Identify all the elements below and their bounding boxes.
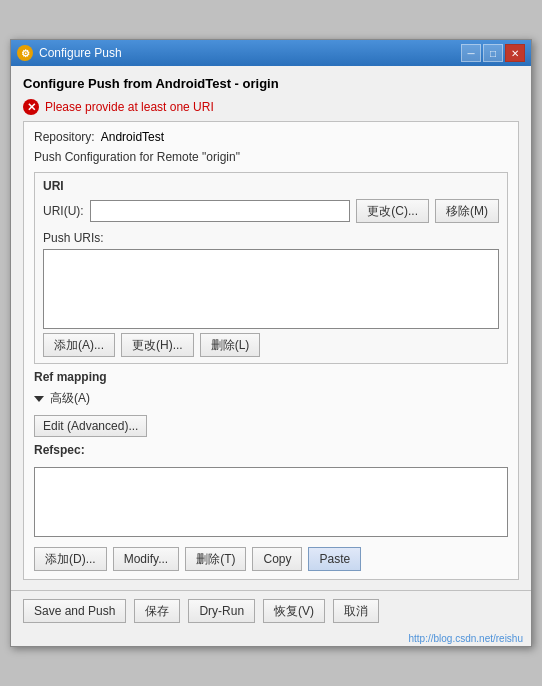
uri-input-label: URI(U):: [43, 204, 84, 218]
footer: Save and Push 保存 Dry-Run 恢复(V) 取消: [11, 590, 531, 631]
refspec-label: Refspec:: [34, 443, 508, 457]
uri-input-row: URI(U): 更改(C)... 移除(M): [43, 199, 499, 223]
refspec-buttons: 添加(D)... Modify... 删除(T) Copy Paste: [34, 547, 508, 571]
push-uris-delete-button[interactable]: 删除(L): [200, 333, 261, 357]
ref-mapping-label: Ref mapping: [34, 370, 508, 384]
save-and-push-button[interactable]: Save and Push: [23, 599, 126, 623]
close-button[interactable]: ✕: [505, 44, 525, 62]
repository-label: Repository:: [34, 130, 95, 144]
main-content: Configure Push from AndroidTest - origin…: [11, 66, 531, 590]
refspec-textarea[interactable]: [34, 467, 508, 537]
repository-row: Repository: AndroidTest: [34, 130, 508, 144]
watermark: http://blog.csdn.net/reishu: [11, 631, 531, 646]
maximize-button[interactable]: □: [483, 44, 503, 62]
dialog-title: Configure Push from AndroidTest - origin: [23, 76, 519, 91]
triangle-icon: [34, 396, 44, 402]
push-config-label: Push Configuration for Remote "origin": [34, 150, 508, 164]
refspec-delete-button[interactable]: 删除(T): [185, 547, 246, 571]
refspec-copy-button[interactable]: Copy: [252, 547, 302, 571]
save-button[interactable]: 保存: [134, 599, 180, 623]
advanced-label: 高级(A): [50, 390, 90, 407]
dry-run-button[interactable]: Dry-Run: [188, 599, 255, 623]
edit-advanced-button[interactable]: Edit (Advanced)...: [34, 415, 147, 437]
refspec-add-button[interactable]: 添加(D)...: [34, 547, 107, 571]
title-bar-left: ⚙ Configure Push: [17, 45, 122, 61]
restore-button[interactable]: 恢复(V): [263, 599, 325, 623]
window-icon: ⚙: [17, 45, 33, 61]
error-row: ✕ Please provide at least one URI: [23, 99, 519, 115]
uri-change-button[interactable]: 更改(C)...: [356, 199, 429, 223]
title-bar: ⚙ Configure Push ─ □ ✕: [11, 40, 531, 66]
cancel-button[interactable]: 取消: [333, 599, 379, 623]
main-section-box: Repository: AndroidTest Push Configurati…: [23, 121, 519, 580]
edit-advanced-container: Edit (Advanced)...: [34, 413, 508, 437]
error-message: Please provide at least one URI: [45, 100, 214, 114]
advanced-row: 高级(A): [34, 390, 508, 407]
uri-section-title: URI: [43, 179, 499, 193]
uri-action-buttons: 添加(A)... 更改(H)... 删除(L): [43, 333, 499, 357]
push-uris-change-button[interactable]: 更改(H)...: [121, 333, 194, 357]
uri-section: URI URI(U): 更改(C)... 移除(M) Push URIs: 添加…: [34, 172, 508, 364]
uri-remove-button[interactable]: 移除(M): [435, 199, 499, 223]
minimize-button[interactable]: ─: [461, 44, 481, 62]
title-buttons: ─ □ ✕: [461, 44, 525, 62]
refspec-paste-button[interactable]: Paste: [308, 547, 361, 571]
configure-push-window: ⚙ Configure Push ─ □ ✕ Configure Push fr…: [10, 39, 532, 647]
refspec-modify-button[interactable]: Modify...: [113, 547, 179, 571]
error-icon: ✕: [23, 99, 39, 115]
push-uris-add-button[interactable]: 添加(A)...: [43, 333, 115, 357]
push-uris-list[interactable]: [43, 249, 499, 329]
uri-input[interactable]: [90, 200, 351, 222]
push-uris-label: Push URIs:: [43, 231, 499, 245]
repository-value: AndroidTest: [101, 130, 164, 144]
window-title: Configure Push: [39, 46, 122, 60]
